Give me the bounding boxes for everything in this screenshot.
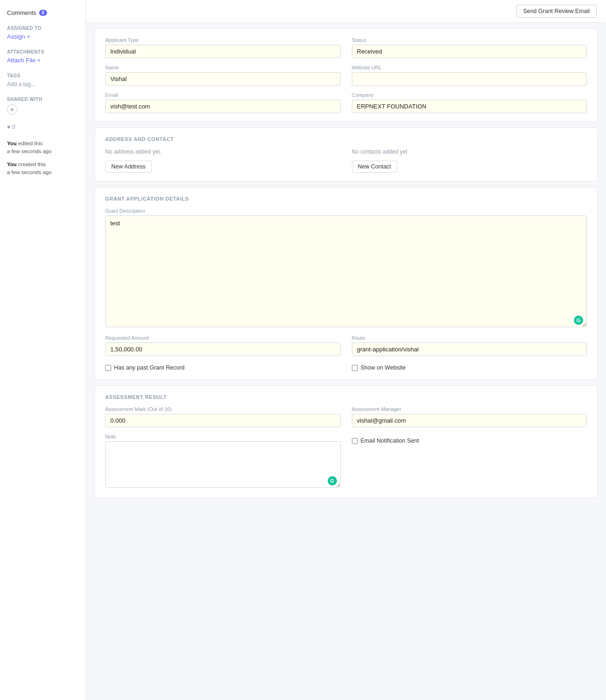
activity-2-user: You: [7, 162, 17, 167]
assessment-mark-label: Assessment Mark (Out of 10): [105, 406, 341, 412]
heart-icon: ♥: [7, 124, 10, 130]
note-grammarly-icon: G: [328, 476, 337, 485]
attachments-label: ATTACHMENTS: [7, 49, 79, 54]
note-group: Note G: [105, 434, 341, 489]
assigned-to-section: ASSIGNED TO Assign +: [7, 26, 79, 40]
email-notification-row: Email Notification Sent: [352, 438, 587, 444]
website-url-label: Website URL: [352, 65, 587, 70]
address-contact-section: ADDRESS AND CONTACT No address added yet…: [94, 128, 598, 182]
activity-1-user: You: [7, 141, 17, 146]
attach-file-link[interactable]: Attach File +: [7, 57, 41, 64]
grant-description-group: Grant Description test G: [105, 208, 587, 329]
top-bar: Send Grant Review Email: [86, 0, 606, 23]
company-group: Company: [352, 92, 587, 113]
send-grant-review-email-button[interactable]: Send Grant Review Email: [516, 5, 597, 18]
comments-badge: 0: [39, 10, 47, 16]
sidebar: Comments 0 ASSIGNED TO Assign + ATTACHME…: [0, 0, 86, 700]
name-group: Name: [105, 65, 341, 86]
add-tag-link[interactable]: Add a tag...: [7, 81, 35, 88]
shared-with-section: SHARED WITH +: [7, 97, 79, 114]
assign-link[interactable]: Assign +: [7, 33, 30, 40]
main-content: Send Grant Review Email Applicant Type S…: [86, 0, 606, 700]
heart-count: 0: [12, 124, 15, 130]
applicant-type-label: Applicant Type: [105, 37, 341, 43]
has-past-grant-row: Has any past Grant Record: [105, 364, 341, 371]
name-label: Name: [105, 65, 341, 70]
email-label: Email: [105, 92, 341, 98]
assessment-mark-input[interactable]: [105, 414, 341, 427]
has-past-grant-label: Has any past Grant Record: [114, 364, 184, 371]
requested-amount-label: Requested Amount: [105, 335, 341, 341]
grant-description-wrap: test G: [105, 215, 587, 329]
status-input[interactable]: [352, 45, 587, 58]
assessment-manager-group: Assessment Manager: [352, 406, 587, 427]
grant-description-label: Grant Description: [105, 208, 587, 214]
assessment-mark-group: Assessment Mark (Out of 10): [105, 406, 341, 427]
new-contact-button[interactable]: New Contact: [352, 161, 397, 173]
no-contacts-text: No contacts added yet.: [352, 148, 587, 155]
shared-with-label: SHARED WITH: [7, 97, 79, 102]
heart-section: ♥ 0: [7, 124, 79, 130]
applicant-type-input[interactable]: [105, 45, 341, 58]
website-url-input[interactable]: [352, 72, 587, 86]
note-wrap: G: [105, 441, 341, 489]
requested-amount-group: Requested Amount: [105, 335, 341, 356]
new-address-button[interactable]: New Address: [105, 161, 152, 173]
assessment-title: ASSESSMENT RESULT: [105, 394, 587, 400]
company-label: Company: [352, 92, 587, 98]
route-input[interactable]: [352, 343, 587, 356]
company-input[interactable]: [352, 100, 587, 113]
website-url-group: Website URL: [352, 65, 587, 86]
applicant-type-group: Applicant Type: [105, 37, 341, 58]
grant-description-textarea[interactable]: test: [105, 215, 587, 327]
assessment-manager-input[interactable]: [352, 414, 587, 427]
activity-1-action: edited this: [18, 141, 42, 146]
note-label: Note: [105, 434, 341, 439]
show-on-website-label: Show on Website: [361, 364, 406, 371]
activity-section: You edited this a few seconds ago You cr…: [7, 140, 79, 176]
assessment-section: ASSESSMENT RESULT Assessment Mark (Out o…: [94, 385, 598, 498]
activity-1: You edited this a few seconds ago: [7, 140, 79, 156]
grant-section-title: GRANT APPLICATION DETAILS: [105, 196, 587, 202]
email-input[interactable]: [105, 100, 341, 113]
note-textarea[interactable]: [105, 441, 341, 488]
tags-section: TAGS Add a tag...: [7, 73, 79, 88]
email-notification-checkbox[interactable]: [352, 438, 358, 444]
requested-amount-input[interactable]: [105, 343, 341, 356]
address-col: No address added yet. New Address: [105, 148, 341, 173]
grant-section: GRANT APPLICATION DETAILS Grant Descript…: [94, 187, 598, 380]
show-on-website-row: Show on Website: [352, 364, 587, 371]
activity-2-action: created this: [18, 162, 46, 167]
status-label: Status: [352, 37, 587, 43]
assessment-right: Assessment Manager Email Notification Se…: [352, 406, 587, 489]
shared-add-button[interactable]: +: [7, 104, 17, 114]
email-group: Email: [105, 92, 341, 113]
applicant-section: Applicant Type Status Name Website URL E…: [94, 28, 598, 122]
activity-1-time: a few seconds ago: [7, 148, 52, 154]
name-input[interactable]: [105, 72, 341, 86]
comments-label: Comments: [7, 9, 36, 16]
activity-2: You created this a few seconds ago: [7, 161, 79, 177]
route-group: Route: [352, 335, 587, 356]
no-address-text: No address added yet.: [105, 148, 341, 155]
has-past-grant-checkbox[interactable]: [105, 365, 111, 371]
activity-2-time: a few seconds ago: [7, 169, 52, 175]
comments-section: Comments 0: [7, 9, 79, 16]
contact-col: No contacts added yet. New Contact: [352, 148, 587, 173]
tags-label: TAGS: [7, 73, 79, 78]
email-notification-label: Email Notification Sent: [361, 438, 419, 444]
assessment-manager-label: Assessment Manager: [352, 406, 587, 412]
route-label: Route: [352, 335, 587, 341]
address-contact-title: ADDRESS AND CONTACT: [105, 136, 587, 142]
status-group: Status: [352, 37, 587, 58]
grammarly-icon: G: [574, 316, 583, 325]
show-on-website-checkbox[interactable]: [352, 365, 358, 371]
assigned-to-label: ASSIGNED TO: [7, 26, 79, 31]
attachments-section: ATTACHMENTS Attach File +: [7, 49, 79, 64]
